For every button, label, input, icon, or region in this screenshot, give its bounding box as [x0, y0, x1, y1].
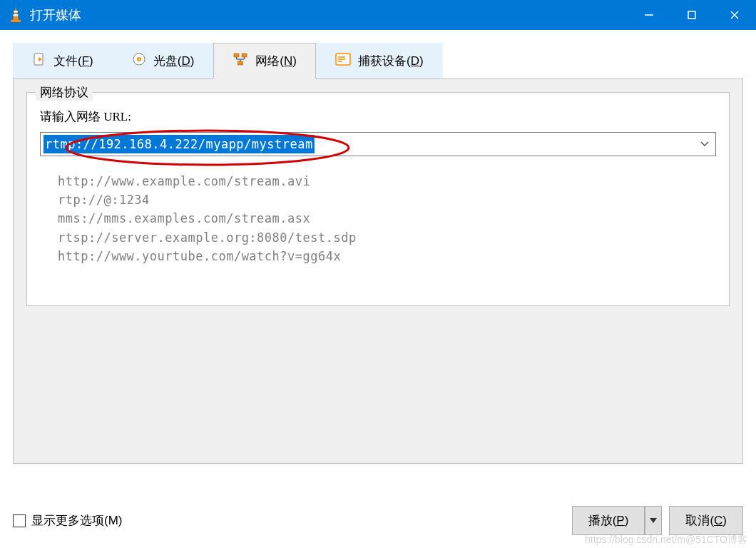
network-icon — [233, 52, 248, 70]
svg-rect-14 — [238, 61, 243, 65]
tab-disc[interactable]: 光盘(D) — [113, 43, 214, 78]
fieldset-legend: 网络协议 — [36, 84, 93, 101]
tab-capture[interactable]: 捕获设备(D) — [316, 43, 443, 78]
tab-panel-network: 网络协议 请输入网络 URL: rtmp://192.168.4.222/mya… — [13, 78, 743, 464]
example-line: http://www.example.com/stream.avi — [58, 172, 716, 191]
button-row: 播放(P) 取消(C) — [572, 506, 743, 535]
capture-icon — [335, 53, 351, 69]
tab-file[interactable]: 文件(F) — [13, 43, 113, 78]
window-controls — [628, 0, 756, 30]
example-line: rtp://@:1234 — [58, 191, 716, 209]
network-protocol-fieldset: 网络协议 请输入网络 URL: rtmp://192.168.4.222/mya… — [26, 92, 730, 306]
svg-rect-13 — [242, 54, 247, 57]
combobox-arrow[interactable] — [694, 133, 715, 156]
tab-bar: 文件(F) 光盘(D) 网络(N) — [13, 43, 743, 79]
show-more-options-checkbox[interactable]: 显示更多选项(M) — [13, 512, 123, 529]
titlebar: 打开媒体 — [0, 0, 756, 30]
svg-point-11 — [138, 59, 140, 60]
maximize-button[interactable] — [670, 0, 713, 30]
svg-rect-1 — [14, 14, 19, 16]
svg-rect-2 — [11, 20, 21, 22]
play-dropdown-arrow[interactable] — [645, 506, 662, 535]
content-area: 文件(F) 光盘(D) 网络(N) — [0, 30, 756, 548]
url-label: 请输入网络 URL: — [40, 108, 716, 125]
svg-rect-4 — [688, 11, 695, 19]
example-line: http://www.yourtube.com/watch?v=gg64x — [58, 247, 716, 265]
file-icon — [32, 52, 46, 70]
vlc-cone-icon — [9, 7, 23, 23]
svg-rect-12 — [234, 54, 239, 57]
example-line: rtsp://server.example.org:8080/test.sdp — [58, 228, 716, 247]
svg-marker-24 — [650, 518, 657, 523]
svg-rect-0 — [14, 11, 18, 13]
window-title: 打开媒体 — [30, 6, 628, 24]
watermark-text: https://blog.csdn.net/m@51CTO博客 — [585, 534, 747, 547]
play-split-button: 播放(P) — [572, 506, 663, 535]
url-input[interactable]: rtmp://192.168.4.222/myapp/mystream — [44, 135, 315, 153]
cancel-button[interactable]: 取消(C) — [669, 506, 743, 535]
example-line: mms://mms.examples.com/stream.asx — [58, 209, 716, 228]
disc-icon — [132, 52, 146, 70]
minimize-button[interactable] — [628, 0, 670, 30]
url-combobox[interactable]: rtmp://192.168.4.222/myapp/mystream — [40, 132, 716, 156]
checkbox-box[interactable] — [13, 514, 26, 527]
url-examples: http://www.example.com/stream.avi rtp://… — [40, 172, 716, 265]
bottom-bar: 显示更多选项(M) 播放(P) 取消(C) — [13, 506, 743, 535]
tab-network[interactable]: 网络(N) — [213, 43, 316, 79]
play-button[interactable]: 播放(P) — [572, 506, 645, 535]
close-button[interactable] — [713, 0, 756, 30]
